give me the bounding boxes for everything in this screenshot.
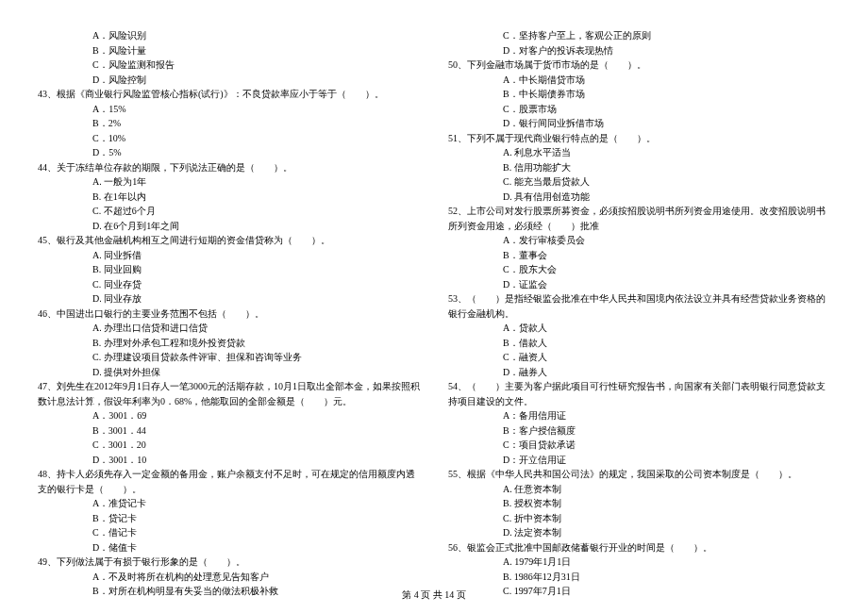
option: C．融资人 [448,350,830,365]
question-50: 50、下列金融市场属于货币市场的是（ ）。 [448,58,830,73]
option: A. 办理出口信贷和进口信贷 [38,321,420,336]
option: D．3001．10 [38,453,420,468]
option: D：开立信用证 [448,453,830,468]
option: D．融券人 [448,365,830,380]
option: C. 能充当最后贷款人 [448,174,830,190]
option: C. 折中资本制 [448,511,830,526]
question-44: 44、关于冻结单位存款的期限，下列说法正确的是（ ）。 [38,160,420,175]
question-54: 54、（ ）主要为客户据此项目可行性研究报告书，向国家有关部门表明银行同意贷款支… [448,379,830,408]
option: C．股票市场 [448,102,830,117]
option: D．5% [38,145,420,160]
question-47: 47、刘先生在2012年9月1日存人一笔3000元的活期存款，10月1日取出全部… [38,379,420,408]
page-footer: 第 4 页 共 14 页 [0,588,868,602]
question-53: 53、（ ）是指经银监会批准在中华人民共和国境内依法设立并具有经营贷款业务资格的… [448,291,830,321]
option: C．坚持客户至上，客观公正的原则 [448,28,830,43]
option: D．风险控制 [38,73,420,88]
question-43: 43、根据《商业银行风险监管核心指标(试行)》：不良贷款率应小于等于（ ）。 [38,87,420,102]
option: D. 同业存放 [38,291,420,306]
option: B．借款人 [448,336,830,351]
question-55: 55、根据《中华人民共和国公司法》的规定，我国采取的公司资本制度是（ ）。 [448,467,830,482]
option: A．3001．69 [38,408,420,423]
question-46: 46、中国进出口银行的主要业务范围不包括（ ）。 [38,306,420,322]
option: C．风险监测和报告 [38,58,420,73]
option: B. 在1年以内 [38,190,420,205]
option: B．中长期债券市场 [448,87,830,102]
question-48: 48、持卡人必须先存入一定金额的备用金，账户余额支付不足时，可在规定的信用额度内… [38,467,420,496]
question-49: 49、下列做法属于有损于银行形象的是（ ）。 [38,555,420,570]
option: C．10% [38,131,420,146]
option: B．风险计量 [38,43,420,58]
option: B. 信用功能扩大 [448,160,830,175]
option: C．股东大会 [448,262,830,277]
option: A. 1979年1月1日 [448,555,830,570]
option: A. 任意资本制 [448,482,830,497]
option: A. 利息水平适当 [448,145,830,160]
option: A. 一般为1年 [38,174,420,190]
option: B. 1986年12月31日 [448,570,830,585]
option: B．贷记卡 [38,511,420,526]
question-45: 45、银行及其他金融机构相互之间进行短期的资金借贷称为（ ）。 [38,233,420,248]
question-56: 56、银监会正式批准中国邮政储蓄银行开业的时间是（ ）。 [448,540,830,555]
option: C. 同业存贷 [38,277,420,292]
option: A. 同业拆借 [38,248,420,263]
option: D. 法定资本制 [448,525,830,540]
option: A．风险识别 [38,28,420,43]
left-column: A．风险识别 B．风险计量 C．风险监测和报告 D．风险控制 43、根据《商业银… [38,28,439,599]
right-column: C．坚持客户至上，客观公正的原则 D．对客户的投诉表现热情 50、下列金融市场属… [439,28,830,599]
content-columns: A．风险识别 B．风险计量 C．风险监测和报告 D．风险控制 43、根据《商业银… [0,28,868,599]
option: A．15% [38,102,420,117]
option: C．3001．20 [38,438,420,453]
option: D. 在6个月到1年之间 [38,219,420,234]
option: A．准贷记卡 [38,496,420,511]
question-52: 52、上市公司对发行股票所募资金，必须按招股说明书所列资金用途使用。改变招股说明… [448,204,830,233]
option: B. 同业回购 [38,262,420,277]
option: A．发行审核委员会 [448,233,830,248]
question-51: 51、下列不属于现代商业银行特点的是（ ）。 [448,131,830,146]
option: B．2% [38,116,420,131]
option: A．不及时将所在机构的处理意见告知客户 [38,570,420,585]
option: D. 提供对外担保 [38,365,420,380]
option: A．贷款人 [448,321,830,336]
option: A：备用信用证 [448,408,830,423]
option: D．证监会 [448,277,830,292]
option: D. 具有信用创造功能 [448,190,830,205]
option: D．储值卡 [38,540,420,555]
option: B．董事会 [448,248,830,263]
option: B．3001．44 [38,423,420,439]
option: C. 不超过6个月 [38,204,420,219]
option: B. 办理对外承包工程和境外投资贷款 [38,336,420,351]
option: C：项目贷款承诺 [448,438,830,453]
option: B：客户授信额度 [448,423,830,439]
option: B. 授权资本制 [448,496,830,511]
option: C．借记卡 [38,525,420,540]
option: C. 办理建设项目贷款条件评审、担保和咨询等业务 [38,350,420,365]
option: A．中长期借贷市场 [448,73,830,88]
option: D．银行间同业拆借市场 [448,116,830,131]
option: D．对客户的投诉表现热情 [448,43,830,58]
